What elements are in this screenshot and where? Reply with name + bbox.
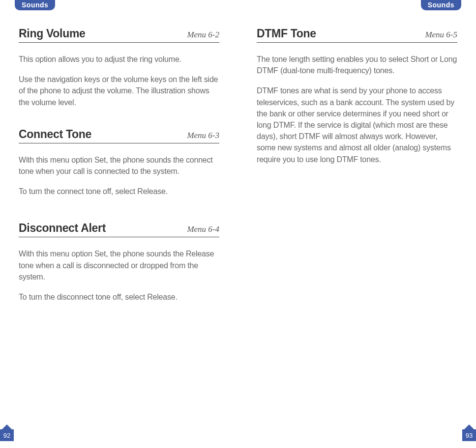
right-content: DTMF Tone Menu 6-5 The tone length setti…: [257, 0, 457, 165]
section-disconnect-alert: Disconnect Alert Menu 6-4 With this menu…: [19, 222, 219, 303]
section-title: Connect Tone: [19, 128, 91, 141]
body-text: Use the navigation keys or the volume ke…: [19, 74, 219, 108]
page-corner-icon: [2, 424, 12, 429]
page-corner-icon: [464, 424, 474, 429]
page-tab-right: Sounds: [421, 0, 461, 10]
section-connect-tone: Connect Tone Menu 6-3 With this menu opt…: [19, 128, 219, 197]
left-page: Sounds Ring Volume Menu 6-2 This option …: [0, 0, 238, 448]
page-number-right: 93: [462, 429, 476, 441]
body-text: This option allows you to adjust the rin…: [19, 54, 219, 65]
section-ring-volume: Ring Volume Menu 6-2 This option allows …: [19, 27, 219, 108]
body-text: The tone length setting enables you to s…: [257, 54, 457, 76]
section-dtmf-tone: DTMF Tone Menu 6-5 The tone length setti…: [257, 27, 457, 165]
title-row: Ring Volume Menu 6-2: [19, 27, 219, 43]
page-number-left: 92: [0, 429, 14, 441]
menu-ref: Menu 6-3: [187, 131, 219, 140]
section-title: Disconnect Alert: [19, 222, 106, 235]
body-text: With this menu option Set, the phone sou…: [19, 248, 219, 282]
body-text: DTMF tones are what is send by your phon…: [257, 85, 457, 165]
title-row: Connect Tone Menu 6-3: [19, 128, 219, 143]
body-text: With this menu option Set, the phone sou…: [19, 154, 219, 177]
page-tab-left: Sounds: [15, 0, 55, 10]
menu-ref: Menu 6-2: [187, 30, 219, 40]
title-row: Disconnect Alert Menu 6-4: [19, 222, 219, 237]
body-text: To turn the disconnect tone off, select …: [19, 291, 219, 303]
right-page: Sounds DTMF Tone Menu 6-5 The tone lengt…: [238, 0, 476, 448]
menu-ref: Menu 6-4: [187, 224, 219, 234]
title-row: DTMF Tone Menu 6-5: [257, 27, 457, 43]
menu-ref: Menu 6-5: [425, 30, 457, 40]
left-content: Ring Volume Menu 6-2 This option allows …: [19, 0, 219, 303]
body-text: To turn the connect tone off, select Rel…: [19, 186, 219, 197]
section-title: Ring Volume: [19, 27, 86, 40]
section-title: DTMF Tone: [257, 27, 316, 40]
